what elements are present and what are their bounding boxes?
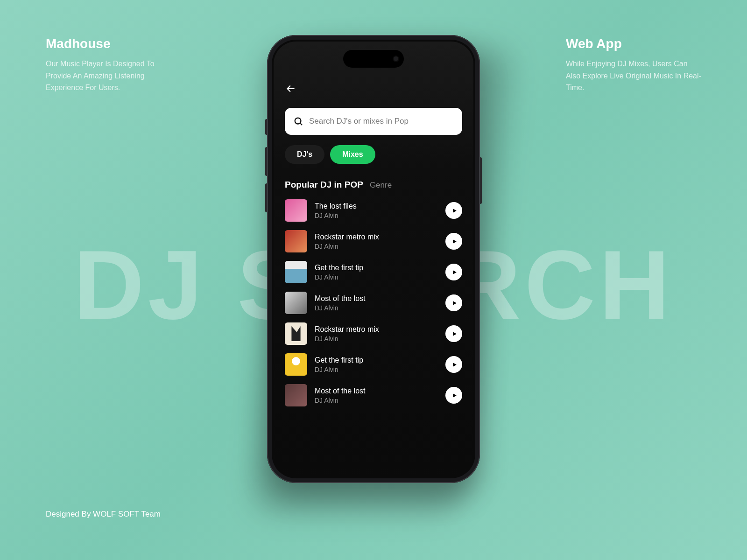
play-button[interactable]: [445, 325, 462, 342]
track-thumbnail: [285, 322, 307, 345]
track-title: Get the first tip: [315, 356, 438, 364]
track-row[interactable]: Most of the lost DJ Alvin: [285, 384, 462, 406]
track-artist: DJ Alvin: [315, 243, 438, 250]
track-artist: DJ Alvin: [315, 212, 438, 219]
play-icon: [451, 300, 458, 306]
play-icon: [451, 331, 458, 337]
track-row[interactable]: Get the first tip DJ Alvin: [285, 261, 462, 283]
track-thumbnail: [285, 199, 307, 222]
track-thumbnail: [285, 353, 307, 376]
track-title: Most of the lost: [315, 294, 438, 303]
filter-tabs: DJ's Mixes: [285, 145, 462, 164]
search-icon: [293, 116, 303, 126]
tab-djs[interactable]: DJ's: [285, 145, 324, 164]
track-thumbnail: [285, 230, 307, 252]
track-thumbnail: [285, 384, 307, 406]
play-icon: [451, 269, 458, 275]
left-info-block: Madhouse Our Music Player Is Designed To…: [46, 36, 181, 94]
right-title: Web App: [566, 36, 701, 51]
play-button[interactable]: [445, 233, 462, 250]
section-title: Popular DJ in POP: [285, 180, 363, 190]
track-info: Get the first tip DJ Alvin: [315, 356, 438, 373]
track-thumbnail: [285, 261, 307, 283]
track-row[interactable]: Get the first tip DJ Alvin: [285, 353, 462, 376]
play-button[interactable]: [445, 202, 462, 219]
track-title: Rockstar metro mix: [315, 233, 438, 241]
back-button[interactable]: [285, 83, 297, 98]
phone-screen: DJ's Mixes Popular DJ in POP Genre The l…: [274, 42, 473, 476]
track-artist: DJ Alvin: [315, 397, 438, 404]
track-row[interactable]: Rockstar metro mix DJ Alvin: [285, 230, 462, 252]
track-info: Rockstar metro mix DJ Alvin: [315, 233, 438, 250]
right-description: While Enjoying DJ Mixes, Users Can Also …: [566, 58, 701, 94]
track-title: Get the first tip: [315, 264, 438, 272]
left-title: Madhouse: [46, 36, 181, 51]
track-title: Rockstar metro mix: [315, 325, 438, 334]
track-list: The lost files DJ Alvin Rockstar metro m…: [285, 199, 462, 406]
credit-text: Designed By WOLF SOFT Team: [46, 510, 161, 519]
left-description: Our Music Player Is Designed To Provide …: [46, 58, 181, 94]
camera-icon: [393, 56, 399, 62]
track-artist: DJ Alvin: [315, 335, 438, 343]
search-input[interactable]: [309, 117, 454, 126]
phone-side-button: [265, 119, 267, 135]
play-icon: [451, 392, 458, 399]
play-button[interactable]: [445, 264, 462, 280]
track-artist: DJ Alvin: [315, 273, 438, 281]
phone-power-button: [480, 157, 482, 204]
track-artist: DJ Alvin: [315, 304, 438, 312]
dynamic-island: [343, 50, 404, 68]
section-subtitle: Genre: [370, 181, 392, 190]
phone-volume-up: [265, 147, 267, 176]
track-artist: DJ Alvin: [315, 366, 438, 373]
play-icon: [451, 208, 458, 214]
track-info: Rockstar metro mix DJ Alvin: [315, 325, 438, 343]
right-info-block: Web App While Enjoying DJ Mixes, Users C…: [566, 36, 701, 94]
track-info: Most of the lost DJ Alvin: [315, 294, 438, 312]
track-info: Most of the lost DJ Alvin: [315, 387, 438, 404]
play-icon: [451, 362, 458, 368]
track-info: The lost files DJ Alvin: [315, 202, 438, 219]
track-title: Most of the lost: [315, 387, 438, 395]
search-bar[interactable]: [285, 108, 462, 135]
track-thumbnail: [285, 292, 307, 314]
svg-point-0: [295, 118, 301, 124]
tab-mixes[interactable]: Mixes: [330, 145, 375, 164]
track-row[interactable]: The lost files DJ Alvin: [285, 199, 462, 222]
section-header: Popular DJ in POP Genre: [285, 180, 462, 190]
phone-frame: DJ's Mixes Popular DJ in POP Genre The l…: [267, 35, 480, 483]
play-icon: [451, 238, 458, 245]
track-title: The lost files: [315, 202, 438, 210]
phone-volume-down: [265, 183, 267, 212]
play-button[interactable]: [445, 294, 462, 311]
track-row[interactable]: Rockstar metro mix DJ Alvin: [285, 322, 462, 345]
play-button[interactable]: [445, 387, 462, 404]
track-info: Get the first tip DJ Alvin: [315, 264, 438, 281]
arrow-left-icon: [285, 83, 297, 95]
play-button[interactable]: [445, 356, 462, 373]
track-row[interactable]: Most of the lost DJ Alvin: [285, 292, 462, 314]
